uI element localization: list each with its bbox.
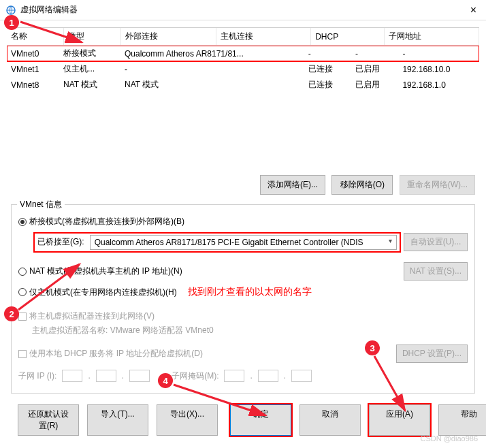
cell: -: [120, 61, 304, 77]
export-button[interactable]: 导出(X)...: [157, 404, 218, 436]
cell: VMnet1: [7, 61, 59, 77]
window-title: 虚拟网络编辑器: [20, 4, 466, 16]
cell: VMnet0: [7, 46, 59, 61]
nat-settings-button: NAT 设置(S)...: [404, 262, 468, 281]
connect-host-adapter-label: 将主机虚拟适配器连接到此网络(V): [29, 310, 155, 322]
subnet-mask-label: 子网掩码(M):: [172, 370, 218, 382]
cell: 192.168.1.0: [398, 77, 479, 93]
remove-network-button[interactable]: 移除网络(O): [331, 175, 393, 195]
cell: -: [304, 46, 351, 61]
connect-host-adapter-checkbox: [18, 313, 27, 321]
cell: 已连接: [304, 77, 351, 93]
bridge-mode-label: 桥接模式(将虚拟机直接连接到外部网络)(B): [29, 216, 184, 227]
bridge-mode-radio[interactable]: [18, 218, 27, 226]
dhcp-checkbox: [18, 350, 27, 358]
cell: -: [398, 46, 479, 61]
add-network-button[interactable]: 添加网络(E)...: [260, 175, 325, 195]
table-row[interactable]: VMnet0桥接模式Qualcomm Atheros AR8171/81...-…: [7, 46, 479, 61]
cell: 192.168.10.0: [398, 61, 479, 77]
nat-mode-label: NAT 模式(与虚拟机共享主机的 IP 地址)(N): [29, 266, 182, 277]
restore-defaults-button[interactable]: 还原默认设置(R): [18, 404, 79, 436]
column-header[interactable]: 子网地址: [384, 28, 479, 46]
cell: 仅主机...: [59, 61, 120, 77]
subnet-mask-field-2: [258, 370, 278, 382]
cell: 已连接: [304, 61, 351, 77]
column-header[interactable]: 名称: [7, 28, 63, 46]
host-adapter-name: 主机虚拟适配器名称: VMware 网络适配器 VMnet0: [18, 325, 468, 336]
dhcp-checkbox-label: 使用本地 DHCP 服务将 IP 地址分配给虚拟机(D): [29, 348, 203, 359]
dhcp-settings-button: DHCP 设置(P)...: [396, 345, 468, 363]
subnet-ip-field-3: [129, 370, 150, 382]
help-button[interactable]: 帮助: [438, 404, 486, 436]
nat-mode-radio[interactable]: [18, 268, 27, 276]
subnet-ip-field-1: [62, 370, 82, 382]
cell: VMnet8: [7, 77, 59, 93]
column-header[interactable]: DHCP: [311, 28, 384, 46]
import-button[interactable]: 导入(T)...: [87, 404, 148, 436]
auto-settings-button: 自动设置(U)...: [404, 233, 468, 251]
hostonly-mode-radio[interactable]: [18, 288, 27, 296]
table-row[interactable]: VMnet1仅主机...-已连接已启用192.168.10.0: [7, 61, 479, 77]
apply-button[interactable]: 应用(A): [369, 404, 430, 436]
cell: 已启用: [351, 77, 398, 93]
cell: 桥接模式: [59, 46, 120, 61]
bridged-to-label: 已桥接至(G):: [37, 236, 84, 248]
cell: NAT 模式: [120, 77, 304, 93]
callout-2: 2: [4, 306, 19, 321]
subnet-ip-label: 子网 IP (I):: [18, 370, 56, 382]
table-row[interactable]: VMnet8NAT 模式NAT 模式已连接已启用192.168.1.0: [7, 77, 479, 93]
cell: -: [351, 46, 398, 61]
callout-4: 4: [158, 373, 173, 388]
rename-network-button: 重命名网络(W)...: [400, 175, 475, 195]
adapter-select[interactable]: Qualcomm Atheros AR8171/8175 PCI-E Gigab…: [90, 235, 397, 250]
column-header[interactable]: 主机连接: [216, 28, 310, 46]
cancel-button[interactable]: 取消: [299, 404, 361, 436]
subnet-ip-field-2: [96, 370, 116, 382]
hostonly-mode-label: 仅主机模式(在专用网络内连接虚拟机)(H): [29, 287, 177, 298]
callout-1: 1: [4, 15, 19, 30]
network-icon: [5, 5, 16, 16]
cell: Qualcomm Atheros AR8171/81...: [120, 46, 304, 61]
cell: 已启用: [351, 61, 398, 77]
subnet-mask-field-3: [291, 370, 312, 382]
close-button[interactable]: ×: [466, 4, 481, 16]
titlebar: 虚拟网络编辑器 ×: [0, 0, 486, 20]
column-header[interactable]: 外部连接: [121, 28, 216, 46]
adapter-value: Qualcomm Atheros AR8171/8175 PCI-E Gigab…: [95, 238, 363, 247]
watermark: CSDN @diao986: [420, 434, 478, 443]
annotation-text: 找到刚才查看的以太网的名字: [188, 286, 312, 298]
subnet-mask-field-1: [224, 370, 244, 382]
group-title: VMnet 信息: [17, 199, 65, 210]
callout-3: 3: [365, 340, 380, 355]
cell: NAT 模式: [59, 77, 120, 93]
ok-button[interactable]: 确定: [230, 404, 291, 436]
network-table: 名称类型外部连接主机连接DHCP子网地址 VMnet0桥接模式Qualcomm …: [7, 27, 479, 168]
column-header[interactable]: 类型: [63, 28, 121, 46]
vmnet-info-group: VMnet 信息 桥接模式(将虚拟机直接连接到外部网络)(B) 已桥接至(G):…: [11, 204, 475, 394]
